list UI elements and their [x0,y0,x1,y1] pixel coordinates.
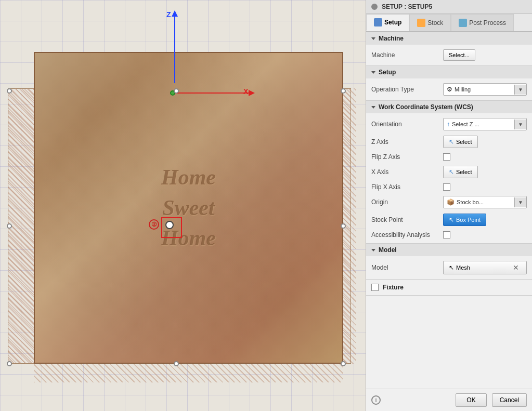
stock-tab-icon [417,19,425,27]
z-axis-select-label: Select [456,139,472,145]
corner-marker-tr [341,88,346,94]
wcs-section-label: Work Coordinate System (WCS) [379,103,473,111]
origin-arrow[interactable]: ▼ [514,197,526,207]
machine-control: Select... [443,49,527,61]
info-icon[interactable]: i [371,395,381,405]
machine-section-header[interactable]: Machine [366,32,532,45]
flip-z-axis-label: Flip Z Axis [371,153,439,161]
operation-type-text: Milling [455,86,471,92]
model-remove-button[interactable]: ✕ [511,263,521,272]
machine-select-button[interactable]: Select... [443,49,475,61]
machine-label: Machine [371,51,439,59]
accessibility-analysis-row: Accessibility Analysis [366,229,532,241]
accessibility-analysis-label: Accessibility Analysis [371,231,439,238]
corner-marker-ml [7,223,12,229]
flip-z-axis-control [443,153,527,161]
model-section-header[interactable]: Model [366,244,532,256]
orientation-value: ↑ Select Z ... [444,118,514,130]
x-axis-label: X [243,87,248,96]
cancel-button[interactable]: Cancel [492,393,527,407]
machine-section-body: Machine Select... [366,45,532,65]
wcs-section-body: Orientation ↑ Select Z ... ▼ Z Axis [366,113,532,243]
origin-row: Origin 📦 Stock bo... ▼ [366,193,532,211]
operation-type-row: Operation Type ⚙ Milling ▼ [366,81,532,98]
z-axis-select-button[interactable]: ↖ Select [443,136,478,148]
origin-dropdown[interactable]: 📦 Stock bo... ▼ [443,196,527,208]
x-axis-row: X Axis ↖ Select [366,163,532,181]
flip-x-axis-row: Flip X Axis [366,181,532,193]
corner-marker-mr [341,223,346,229]
machine-section-label: Machine [379,35,404,42]
corner-marker-bm [174,361,179,366]
title-dot [371,4,378,10]
model-value-text: Mesh [456,264,470,271]
corner-marker-bl [7,361,12,366]
setup-section: Setup Operation Type ⚙ Milling ▼ [366,66,532,101]
setup-collapse-icon [371,71,375,74]
corner-marker-tm [174,88,179,94]
stock-point-control: ↖ Box Point [443,214,527,226]
orientation-label: Orientation [371,121,439,128]
stock-point-row: Stock Point ↖ Box Point [366,211,532,229]
z-axis-arrow [174,16,175,83]
flip-x-axis-checkbox[interactable] [443,183,450,191]
origin-control: 📦 Stock bo... ▼ [443,196,527,208]
machine-collapse-icon [371,37,375,40]
x-axis-arrow [172,92,250,94]
wcs-section-header[interactable]: Work Coordinate System (WCS) [366,101,532,113]
operation-type-dropdown[interactable]: ⚙ Milling ▼ [443,83,527,96]
tab-bar: Setup Stock Post Process [366,14,532,32]
model-section: Model Model ↖ Mesh ✕ [366,244,532,280]
viewport: Home Sweet Home Z X ② [0,0,366,411]
x-axis-label-field: X Axis [371,168,439,176]
orientation-dropdown[interactable]: ↑ Select Z ... ▼ [443,118,527,130]
stock-point-button[interactable]: ↖ Box Point [443,214,486,226]
x-axis-select-button[interactable]: ↖ Select [443,166,478,178]
ok-button[interactable]: OK [456,393,486,407]
tab-post-process[interactable]: Post Process [451,14,514,31]
operation-type-label: Operation Type [371,86,439,93]
fixture-label: Fixture [383,284,404,291]
x-axis-select-label: Select [456,169,472,175]
flip-x-axis-label: Flip X Axis [371,183,439,191]
model-section-body: Model ↖ Mesh ✕ [366,256,532,279]
setup-section-header[interactable]: Setup [366,66,532,78]
setup-section-label: Setup [379,69,396,76]
z-axis-row: Z Axis ↖ Select [366,133,532,151]
machine-row: Machine Select... [366,47,532,63]
flip-z-axis-checkbox[interactable] [443,153,450,161]
tab-post-process-label: Post Process [469,19,506,26]
operation-type-arrow[interactable]: ▼ [514,85,526,95]
orientation-arrow[interactable]: ▼ [514,120,526,129]
wcs-section: Work Coordinate System (WCS) Orientation… [366,101,532,244]
tab-stock-label: Stock [427,19,443,26]
tab-setup-label: Setup [384,19,401,26]
z-axis-label-field: Z Axis [371,138,439,145]
corner-marker-tl [7,88,12,94]
stock-point-label: Stock Point [371,216,439,223]
model-row: Model ↖ Mesh ✕ [366,258,532,277]
origin-label: Origin [371,198,439,206]
z-axis-control: ↖ Select [443,136,527,148]
x-axis-control: ↖ Select [443,166,527,178]
title-bar: SETUP : SETUP5 [366,0,532,14]
operation-type-value: ⚙ Milling [444,84,514,95]
setup-tab-icon [374,18,382,26]
tab-stock[interactable]: Stock [409,14,451,31]
fixture-checkbox[interactable] [371,284,379,291]
bottom-bar: i OK Cancel [366,389,532,411]
orientation-control: ↑ Select Z ... ▼ [443,118,527,130]
fixture-row: Fixture [366,280,532,296]
origin-text: Stock bo... [457,199,484,205]
machine-section: Machine Machine Select... [366,32,532,66]
corner-marker-br [341,361,346,366]
tab-setup[interactable]: Setup [366,14,409,31]
flip-x-axis-control [443,183,527,191]
accessibility-analysis-control [443,231,527,238]
post-process-tab-icon [459,19,467,27]
spacer [366,296,532,389]
model-label: Model [371,264,439,271]
model-value-btn: ↖ Mesh ✕ [443,261,527,274]
orientation-text: Select Z ... [452,121,479,127]
accessibility-analysis-checkbox[interactable] [443,231,450,238]
